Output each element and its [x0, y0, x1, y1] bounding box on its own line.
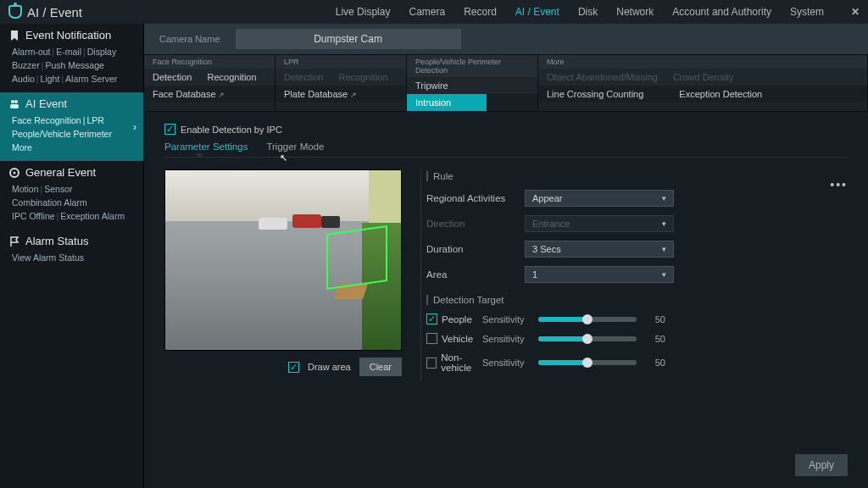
nav-live-display[interactable]: Live Display: [336, 6, 391, 18]
top-bar: AI / Event Live Display Camera Record AI…: [0, 0, 868, 24]
sidebar-title: AI Event: [25, 97, 67, 110]
cat-item-recognition: Recognition: [338, 72, 387, 82]
nav-camera[interactable]: Camera: [409, 6, 445, 18]
people-label: People: [442, 314, 472, 324]
tab-parameter-settings[interactable]: Parameter Settings: [164, 141, 248, 155]
cat-link-plate-db[interactable]: Plate Database: [284, 89, 357, 99]
chevron-right-icon: ›: [133, 121, 136, 133]
sidebar-item-lpr[interactable]: LPR: [86, 115, 103, 125]
cat-item-recognition[interactable]: Recognition: [207, 72, 256, 82]
nav-ai-event[interactable]: AI / Event: [515, 6, 559, 18]
sidebar-item-motion[interactable]: Motion: [12, 184, 39, 194]
sidebar-group-general-event[interactable]: General Event Motion|Sensor Combination …: [0, 161, 143, 230]
flag-icon: [8, 236, 20, 247]
cat-link-face-db[interactable]: Face Database: [153, 89, 225, 99]
gear-icon: [8, 167, 20, 179]
people-checkbox[interactable]: [426, 313, 437, 324]
cat-item-tripwire[interactable]: Tripwire: [415, 80, 448, 91]
chevron-down-icon: ▾: [662, 194, 666, 202]
regional-select[interactable]: Appear▾: [525, 190, 674, 207]
sidebar-title: Event Notification: [25, 29, 111, 42]
sidebar-item-display[interactable]: Display: [87, 47, 116, 57]
sensitivity-label: Sensitivity: [482, 334, 530, 344]
sidebar-item-sensor[interactable]: Sensor: [44, 184, 72, 194]
vehicle-sensitivity-slider[interactable]: [538, 334, 637, 344]
apply-button[interactable]: Apply: [795, 454, 848, 476]
sidebar-items: Face Recognition|LPR People/Vehicle Peri…: [8, 114, 135, 154]
camera-row: Camera Name Dumpster Cam: [144, 24, 868, 54]
sidebar-item-push[interactable]: Push Message: [45, 60, 103, 70]
sidebar-item-view-alarm-status[interactable]: View Alarm Status: [12, 252, 84, 263]
cat-item-object: Object Abandoned/Missing: [547, 72, 658, 82]
main-area: Camera Name Dumpster Cam Face Recognitio…: [144, 24, 868, 488]
top-nav: Live Display Camera Record AI / Event Di…: [336, 6, 860, 18]
people-sensitivity-slider[interactable]: [538, 314, 637, 324]
category-strip: Face Recognition DetectionRecognition Fa…: [144, 54, 868, 112]
nav-record[interactable]: Record: [464, 6, 497, 18]
intrusion-area-polygon[interactable]: [326, 225, 387, 290]
area-label: Area: [426, 269, 525, 280]
sidebar-title: Alarm Status: [25, 235, 88, 247]
sidebar-item-alarm-server[interactable]: Alarm Server: [65, 74, 117, 84]
sidebar-item-alarm-out[interactable]: Alarm-out: [12, 47, 51, 57]
sensitivity-label: Sensitivity: [482, 358, 530, 368]
sidebar-item-face-recognition[interactable]: Face Recognition: [12, 115, 81, 125]
duration-select[interactable]: 3 Secs▾: [525, 241, 674, 258]
sidebar-item-email[interactable]: E-mail: [56, 47, 81, 57]
preview-panel: Draw area Clear: [164, 169, 402, 381]
direction-label: Direction: [426, 219, 525, 229]
non-vehicle-sensitivity-slider[interactable]: [538, 358, 637, 368]
tab-caret-icon: [195, 153, 203, 161]
cat-item-crowd: Crowd Density: [673, 72, 734, 82]
cat-item-detection: Detection: [284, 72, 323, 82]
camera-preview[interactable]: [164, 169, 402, 351]
sidebar-item-ipc-offline[interactable]: IPC Offline: [12, 211, 55, 221]
direction-select: Entrance▾: [525, 215, 674, 232]
draw-area-checkbox[interactable]: [288, 362, 299, 373]
sensitivity-label: Sensitivity: [482, 314, 530, 324]
non-vehicle-sensitivity-value: 50: [645, 358, 665, 368]
non-vehicle-checkbox[interactable]: [426, 358, 437, 369]
cat-item-intrusion[interactable]: Intrusion: [407, 94, 487, 111]
sidebar-item-buzzer[interactable]: Buzzer: [12, 60, 40, 70]
camera-select[interactable]: Dumpster Cam: [236, 29, 461, 49]
tab-trigger-mode[interactable]: Trigger Mode: [266, 141, 324, 155]
cat-face-recognition: Face Recognition DetectionRecognition Fa…: [144, 55, 275, 111]
area-select[interactable]: 1▾: [525, 266, 674, 283]
bookmark-icon: [8, 30, 20, 42]
cat-more: More Object Abandoned/MissingCrowd Densi…: [538, 55, 868, 111]
enable-row: Enable Detection by IPC: [164, 124, 848, 135]
cursor-icon: ↖: [280, 152, 287, 167]
nav-system[interactable]: System: [790, 6, 824, 18]
vehicle-checkbox[interactable]: [426, 333, 437, 344]
duration-label: Duration: [426, 244, 525, 254]
sidebar-title: General Event: [25, 166, 96, 179]
clear-button[interactable]: Clear: [359, 358, 402, 376]
nav-network[interactable]: Network: [616, 6, 654, 18]
cat-header: Face Recognition: [144, 55, 275, 69]
cat-item-detection[interactable]: Detection: [153, 72, 192, 82]
sidebar-item-light[interactable]: Light: [41, 74, 60, 84]
vehicle-label: Vehicle: [442, 334, 473, 344]
sidebar-group-event-notification[interactable]: Event Notification Alarm-out|E-mail|Disp…: [0, 24, 143, 92]
sidebar-items: Alarm-out|E-mail|Display Buzzer|Push Mes…: [8, 45, 135, 86]
sidebar-group-ai-event[interactable]: AI Event Face Recognition|LPR People/Veh…: [0, 92, 143, 161]
page-title: AI / Event: [27, 5, 82, 19]
nav-disk[interactable]: Disk: [578, 6, 598, 18]
enable-checkbox[interactable]: [164, 124, 175, 135]
sidebar-item-exception-alarm[interactable]: Exception Alarm: [60, 211, 125, 221]
sidebar-item-more[interactable]: More: [12, 142, 32, 152]
cat-item-line-crossing[interactable]: Line Crossing Counting: [547, 89, 643, 99]
rule-section-title: Rule: [426, 171, 848, 181]
camera-selected: Dumpster Cam: [314, 33, 382, 45]
close-icon[interactable]: ✕: [851, 6, 860, 18]
nav-account-authority[interactable]: Account and Authority: [672, 6, 771, 18]
cat-item-exception-detection[interactable]: Exception Detection: [679, 89, 762, 99]
sidebar-items: Motion|Sensor Combination Alarm IPC Offl…: [8, 182, 135, 223]
enable-label: Enable Detection by IPC: [181, 125, 282, 135]
sidebar-item-people-vehicle[interactable]: People/Vehicle Perimeter: [12, 129, 112, 139]
more-dots-icon[interactable]: •••: [830, 178, 848, 191]
sidebar-group-alarm-status[interactable]: Alarm Status View Alarm Status: [0, 230, 143, 271]
sidebar-item-combination-alarm[interactable]: Combination Alarm: [12, 197, 87, 208]
sidebar-item-audio[interactable]: Audio: [12, 74, 35, 84]
